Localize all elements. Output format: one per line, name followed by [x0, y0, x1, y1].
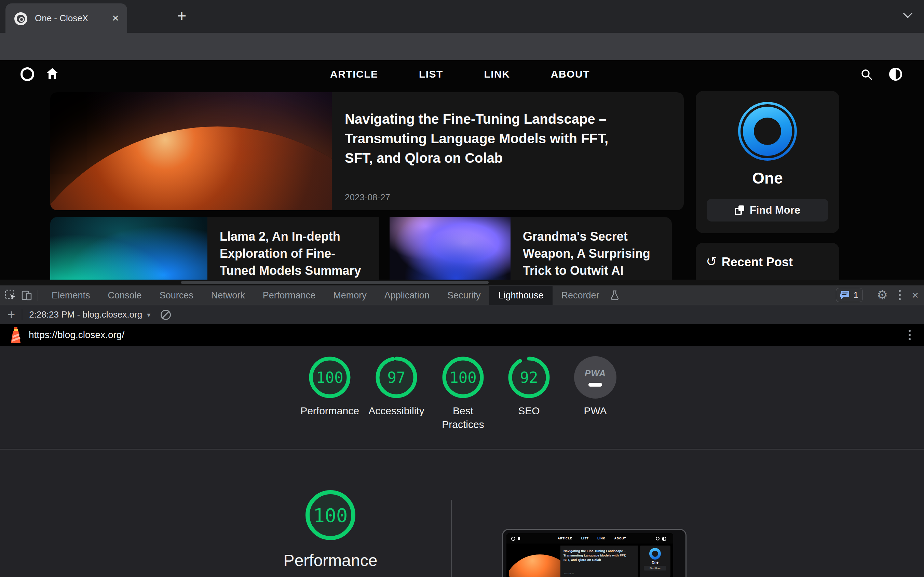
- history-icon: ↺: [706, 255, 717, 268]
- score-seo[interactable]: 92 SEO: [495, 356, 563, 418]
- grandma-article-title: Grandma's Secret Weapon, A Surprising Tr…: [523, 228, 660, 285]
- performance-section-label: Performance: [283, 551, 378, 570]
- mini-theme-icon: [662, 537, 666, 541]
- devtools-tab-network[interactable]: Network: [202, 286, 254, 305]
- report-divider: [0, 449, 924, 450]
- lighthouse-report: 100 Performance 97 Accessibility: [0, 346, 924, 577]
- devtools-settings-gear-icon[interactable]: ⚙: [877, 289, 888, 301]
- pwa-logo-text: PWA: [585, 368, 606, 379]
- score-performance-value: 100: [309, 356, 351, 398]
- llama-article-card[interactable]: Llama 2, An In-depth Exploration of Fine…: [208, 217, 379, 285]
- devtools-tab-security[interactable]: Security: [438, 286, 490, 305]
- score-performance-label: Performance: [300, 404, 359, 418]
- score-best-practices[interactable]: 100 Best Practices: [429, 356, 497, 431]
- hero-article-date: 2023-08-27: [345, 192, 390, 203]
- score-accessibility[interactable]: 97 Accessibility: [362, 356, 431, 418]
- tab-title: One - CloseX: [35, 3, 88, 33]
- report-session-select[interactable]: 2:28:23 PM - blog.closex.org: [29, 309, 142, 320]
- devtools-tab-sources[interactable]: Sources: [151, 286, 202, 305]
- site-search-icon[interactable]: [860, 68, 873, 81]
- devtools-tab-lighthouse[interactable]: Lighthouse: [489, 286, 552, 305]
- scrollbar-thumb[interactable]: [181, 281, 489, 284]
- score-seo-label: SEO: [518, 404, 539, 418]
- devtools-tab-memory[interactable]: Memory: [324, 286, 375, 305]
- recent-post-card: ↺ Recent Post: [696, 243, 839, 285]
- experiment-flask-icon: [610, 290, 619, 300]
- new-tab-button[interactable]: +: [173, 8, 191, 25]
- performance-section-gauge[interactable]: 100 Performance: [283, 490, 378, 570]
- mini-hero-image: [509, 546, 560, 577]
- mini-home-icon: [517, 537, 520, 540]
- performance-section-value: 100: [305, 490, 356, 541]
- theme-toggle-icon[interactable]: [889, 68, 902, 81]
- browser-toolbar: blog.closex.org ☆ Incognito: [0, 33, 924, 60]
- hero-article-title: Navigating the Fine-Tuning Landscape – T…: [345, 110, 639, 168]
- hero-article-card[interactable]: Navigating the Fine-Tuning Landscape – T…: [332, 92, 684, 210]
- grandma-article-image[interactable]: [390, 217, 510, 285]
- find-more-button[interactable]: Find More: [707, 199, 828, 221]
- nav-article[interactable]: ARTICLE: [330, 68, 378, 80]
- report-options-icon[interactable]: [903, 329, 916, 341]
- site-viewport: ARTICLE LIST LINK ABOUT Navigating the F…: [0, 60, 924, 285]
- session-caret-icon[interactable]: ▾: [147, 311, 150, 319]
- nav-about[interactable]: ABOUT: [551, 68, 590, 80]
- horizontal-scrollbar[interactable]: [0, 280, 924, 285]
- score-performance[interactable]: 100 Performance: [296, 356, 364, 418]
- brand-name: One: [752, 169, 782, 187]
- mini-profile-card: One Find More: [640, 546, 670, 577]
- copy-icon: [735, 205, 744, 215]
- browser-tabstrip: One - CloseX × +: [0, 0, 924, 33]
- devtools-tab-recorder[interactable]: Recorder: [552, 286, 608, 305]
- mini-search-icon: [656, 537, 660, 540]
- devtools-tabbar: Elements Console Sources Network Perform…: [0, 285, 924, 305]
- llama-article-image[interactable]: [50, 217, 208, 285]
- lighthouse-report-toolbar: + 2:28:23 PM - blog.closex.org ▾: [0, 305, 924, 324]
- console-message-count: 1: [853, 290, 858, 300]
- tab-close-icon[interactable]: ×: [109, 11, 122, 25]
- console-bubble-icon: [840, 290, 850, 300]
- devtools-menu-icon[interactable]: [895, 289, 905, 301]
- browser-tab[interactable]: One - CloseX ×: [5, 3, 127, 33]
- clear-reports-icon[interactable]: [161, 310, 171, 320]
- lighthouse-url-bar: https://blog.closex.org/: [0, 324, 924, 346]
- pwa-badge-icon: PWA: [574, 356, 617, 398]
- tab-favicon-dot: [19, 17, 24, 22]
- section-vertical-divider: [451, 500, 452, 577]
- one-logo-icon: [738, 102, 797, 161]
- tab-search-chevron-icon[interactable]: [903, 9, 913, 18]
- mini-hero-card: Navigating the Fine-Tuning Landscape – T…: [560, 546, 637, 577]
- lighthouse-icon: [8, 327, 23, 343]
- screen: One - CloseX × + blog.closex.org ☆: [0, 0, 924, 577]
- mini-page-preview: ARTICLELIST LINKABOUT Navigating the Fin…: [506, 533, 673, 577]
- page-screenshot-thumbnail: ARTICLELIST LINKABOUT Navigating the Fin…: [502, 529, 686, 577]
- home-icon[interactable]: [46, 67, 59, 80]
- devtools-tab-elements[interactable]: Elements: [43, 286, 99, 305]
- score-pwa[interactable]: PWA PWA: [561, 356, 629, 418]
- llama-article-title: Llama 2, An In-depth Exploration of Fine…: [220, 228, 367, 285]
- lighthouse-page-url: https://blog.closex.org/: [29, 324, 124, 346]
- score-seo-value: 92: [508, 356, 550, 398]
- pwa-dash-icon: [588, 383, 602, 387]
- devtools-tab-application[interactable]: Application: [375, 286, 438, 305]
- new-report-plus-icon[interactable]: +: [8, 307, 15, 322]
- site-logo-icon[interactable]: [21, 67, 34, 81]
- devtools-tab-console[interactable]: Console: [99, 286, 151, 305]
- site-nav: ARTICLE LIST LINK ABOUT: [330, 60, 590, 88]
- inspect-element-icon[interactable]: [5, 290, 16, 301]
- mini-site-logo-icon: [511, 537, 515, 541]
- console-messages-badge[interactable]: 1: [836, 288, 863, 302]
- devtools-tab-performance[interactable]: Performance: [254, 286, 325, 305]
- nav-link[interactable]: LINK: [484, 68, 510, 80]
- profile-card: One Find More: [696, 91, 839, 233]
- score-best-practices-label: Best Practices: [436, 404, 490, 431]
- planet-graphic: [50, 126, 332, 210]
- devtools-close-icon[interactable]: ×: [912, 288, 919, 302]
- score-pwa-label: PWA: [584, 404, 607, 418]
- nav-list[interactable]: LIST: [419, 68, 443, 80]
- find-more-label: Find More: [750, 204, 800, 216]
- devtools-panel: Elements Console Sources Network Perform…: [0, 285, 924, 577]
- device-toolbar-icon[interactable]: [21, 290, 33, 301]
- grandma-article-card[interactable]: Grandma's Secret Weapon, A Surprising Tr…: [510, 217, 672, 285]
- hero-image[interactable]: [50, 92, 332, 210]
- score-accessibility-value: 97: [375, 356, 418, 398]
